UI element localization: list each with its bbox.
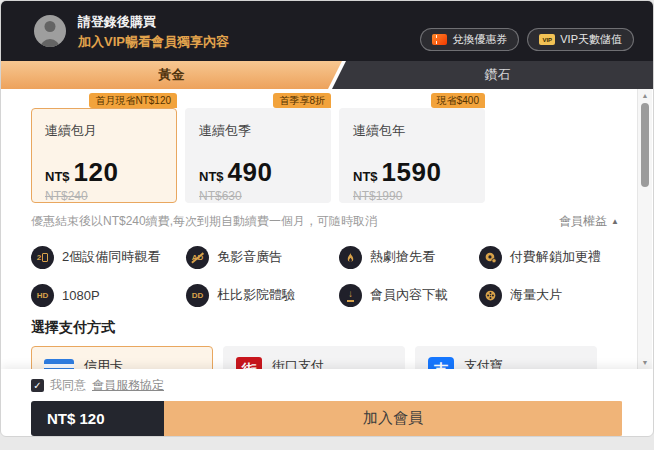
plan-badge: 現省$400 bbox=[431, 93, 485, 108]
plan-badge: 首季享8折 bbox=[273, 93, 331, 108]
plan-title: 連續包年 bbox=[353, 122, 484, 140]
plan-tabs: 鑽石 黃金 bbox=[1, 61, 653, 89]
film-reel-icon bbox=[479, 284, 502, 307]
topup-button-label: VIP天數儲值 bbox=[560, 32, 622, 47]
tab-gold[interactable]: 黃金 bbox=[1, 61, 342, 89]
header: 請登錄後購買 加入VIP暢看會員獨享內容 兌換優惠券 VIP VIP天數儲值 bbox=[1, 1, 653, 61]
plan-currency: NT$ bbox=[45, 169, 70, 184]
plan-price: 120 bbox=[74, 157, 119, 188]
plan-old-price: NT$630 bbox=[199, 189, 330, 203]
benefit-label: 海量大片 bbox=[510, 286, 562, 304]
no-ads-icon: AD bbox=[186, 246, 209, 269]
plan-old-price: NT$1990 bbox=[353, 189, 484, 203]
benefit-item: ↓ 會員內容下載 bbox=[339, 280, 479, 310]
agree-checkbox[interactable]: ✓ bbox=[31, 379, 44, 392]
plan-cards: 首月現省NT$120 連續包月 NT$ 120 NT$240 首季享8折 連續包… bbox=[31, 108, 623, 203]
tab-gold-label: 黃金 bbox=[159, 66, 185, 84]
vip-card-icon: VIP bbox=[539, 34, 555, 45]
redeem-coupon-button[interactable]: 兌換優惠券 bbox=[420, 28, 519, 51]
two-devices-icon: 2 bbox=[31, 246, 54, 269]
plan-card-quarterly[interactable]: 首季享8折 連續包季 NT$ 490 NT$630 bbox=[185, 108, 331, 203]
benefit-label: 熱劇搶先看 bbox=[370, 248, 435, 266]
agree-label: 我同意 bbox=[50, 377, 86, 394]
vip-topup-button[interactable]: VIP VIP天數儲值 bbox=[527, 28, 634, 51]
tab-diamond-label: 鑽石 bbox=[485, 66, 511, 84]
total-price: NT$ 120 bbox=[31, 401, 164, 436]
benefit-item: HD 1080P bbox=[31, 280, 186, 310]
check-icon: ✓ bbox=[33, 380, 41, 391]
benefit-item: 付費解鎖加更禮 bbox=[479, 242, 623, 272]
benefit-item: 2 2個設備同時觀看 bbox=[31, 242, 186, 272]
scrollbar-thumb[interactable] bbox=[641, 103, 649, 187]
avatar-person-icon bbox=[45, 21, 56, 32]
benefits-toggle-label: 會員權益 bbox=[559, 213, 607, 230]
vip-purchase-modal: 請登錄後購買 加入VIP暢看會員獨享內容 兌換優惠券 VIP VIP天數儲值 鑽… bbox=[0, 0, 654, 437]
plan-old-price: NT$240 bbox=[45, 189, 176, 203]
scroll-up-icon[interactable]: ▲ bbox=[638, 92, 652, 99]
unlock-gift-icon bbox=[479, 246, 502, 269]
scrollbar[interactable]: ▲ ▼ bbox=[637, 89, 652, 369]
benefit-label: 2個設備同時觀看 bbox=[62, 248, 160, 266]
benefit-item: 海量大片 bbox=[479, 280, 623, 310]
plan-price: 1590 bbox=[382, 157, 442, 188]
main-content: 首月現省NT$120 連續包月 NT$ 120 NT$240 首季享8折 連續包… bbox=[1, 108, 653, 402]
benefit-label: 杜比影院體驗 bbox=[217, 286, 295, 304]
agreement-link[interactable]: 會員服務協定 bbox=[92, 377, 164, 394]
plan-currency: NT$ bbox=[353, 169, 378, 184]
coupon-button-label: 兌換優惠券 bbox=[452, 32, 507, 47]
plan-badge: 首月現省NT$120 bbox=[89, 93, 177, 108]
benefit-label: 付費解鎖加更禮 bbox=[510, 248, 601, 266]
payment-heading: 選擇支付方式 bbox=[31, 319, 623, 337]
renewal-note: 優惠結束後以NT$240續費,每次到期自動續費一個月，可隨時取消 bbox=[31, 213, 377, 230]
login-prompt: 請登錄後購買 bbox=[78, 13, 229, 30]
benefits-grid: 2 2個設備同時觀看 AD 免影音廣告 熱劇搶先看 付費解鎖加 bbox=[31, 242, 623, 310]
benefit-item: AD 免影音廣告 bbox=[186, 242, 339, 272]
benefit-label: 會員內容下載 bbox=[370, 286, 448, 304]
benefit-item: 熱劇搶先看 bbox=[339, 242, 479, 272]
benefits-toggle[interactable]: 會員權益 ▲ bbox=[559, 213, 619, 230]
flame-icon bbox=[339, 246, 362, 269]
dolby-icon: DD bbox=[186, 284, 209, 307]
join-member-button[interactable]: 加入會員 bbox=[164, 401, 622, 436]
coupon-icon bbox=[432, 34, 447, 45]
benefit-label: 免影音廣告 bbox=[217, 248, 282, 266]
checkout-footer: ✓ 我同意 會員服務協定 NT$ 120 加入會員 bbox=[1, 369, 653, 436]
hd-icon: HD bbox=[31, 284, 54, 307]
vip-subtitle: 加入VIP暢看會員獨享內容 bbox=[78, 33, 229, 50]
plan-price: 490 bbox=[228, 157, 273, 188]
benefit-item: DD 杜比影院體驗 bbox=[186, 280, 339, 310]
scroll-down-icon[interactable]: ▼ bbox=[638, 359, 652, 366]
plan-title: 連續包季 bbox=[199, 122, 330, 140]
benefit-label: 1080P bbox=[62, 288, 100, 303]
tab-diamond[interactable]: 鑽石 bbox=[342, 61, 653, 89]
plan-title: 連續包月 bbox=[45, 122, 176, 140]
plan-card-monthly[interactable]: 首月現省NT$120 連續包月 NT$ 120 NT$240 bbox=[31, 108, 177, 203]
plan-currency: NT$ bbox=[199, 169, 224, 184]
avatar bbox=[34, 15, 66, 47]
chevron-up-icon: ▲ bbox=[611, 217, 619, 226]
download-icon: ↓ bbox=[339, 284, 362, 307]
plan-card-yearly[interactable]: 現省$400 連續包年 NT$ 1590 NT$1990 bbox=[339, 108, 485, 203]
